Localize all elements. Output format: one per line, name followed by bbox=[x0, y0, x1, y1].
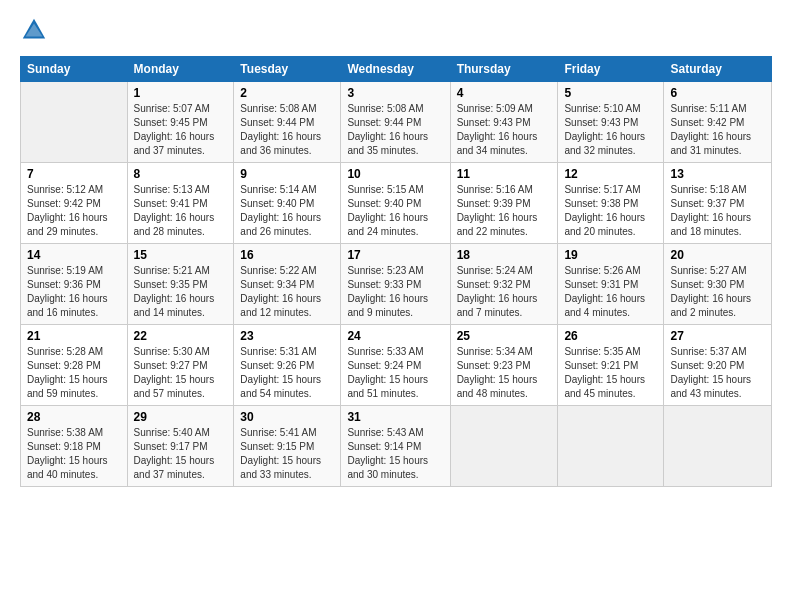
week-row-2: 14Sunrise: 5:19 AM Sunset: 9:36 PM Dayli… bbox=[21, 244, 772, 325]
calendar-cell: 3Sunrise: 5:08 AM Sunset: 9:44 PM Daylig… bbox=[341, 82, 450, 163]
day-detail: Sunrise: 5:33 AM Sunset: 9:24 PM Dayligh… bbox=[347, 345, 443, 401]
day-number: 10 bbox=[347, 167, 443, 181]
day-detail: Sunrise: 5:13 AM Sunset: 9:41 PM Dayligh… bbox=[134, 183, 228, 239]
day-detail: Sunrise: 5:10 AM Sunset: 9:43 PM Dayligh… bbox=[564, 102, 657, 158]
day-number: 7 bbox=[27, 167, 121, 181]
day-detail: Sunrise: 5:28 AM Sunset: 9:28 PM Dayligh… bbox=[27, 345, 121, 401]
day-number: 31 bbox=[347, 410, 443, 424]
week-row-0: 1Sunrise: 5:07 AM Sunset: 9:45 PM Daylig… bbox=[21, 82, 772, 163]
col-header-saturday: Saturday bbox=[664, 57, 772, 82]
calendar-cell bbox=[450, 406, 558, 487]
day-detail: Sunrise: 5:16 AM Sunset: 9:39 PM Dayligh… bbox=[457, 183, 552, 239]
day-detail: Sunrise: 5:15 AM Sunset: 9:40 PM Dayligh… bbox=[347, 183, 443, 239]
day-number: 23 bbox=[240, 329, 334, 343]
day-detail: Sunrise: 5:24 AM Sunset: 9:32 PM Dayligh… bbox=[457, 264, 552, 320]
logo-icon bbox=[20, 16, 48, 44]
day-detail: Sunrise: 5:17 AM Sunset: 9:38 PM Dayligh… bbox=[564, 183, 657, 239]
calendar-cell: 27Sunrise: 5:37 AM Sunset: 9:20 PM Dayli… bbox=[664, 325, 772, 406]
day-number: 16 bbox=[240, 248, 334, 262]
calendar-cell: 24Sunrise: 5:33 AM Sunset: 9:24 PM Dayli… bbox=[341, 325, 450, 406]
day-detail: Sunrise: 5:11 AM Sunset: 9:42 PM Dayligh… bbox=[670, 102, 765, 158]
day-detail: Sunrise: 5:30 AM Sunset: 9:27 PM Dayligh… bbox=[134, 345, 228, 401]
calendar-cell: 10Sunrise: 5:15 AM Sunset: 9:40 PM Dayli… bbox=[341, 163, 450, 244]
day-number: 29 bbox=[134, 410, 228, 424]
calendar-cell: 6Sunrise: 5:11 AM Sunset: 9:42 PM Daylig… bbox=[664, 82, 772, 163]
day-detail: Sunrise: 5:37 AM Sunset: 9:20 PM Dayligh… bbox=[670, 345, 765, 401]
day-detail: Sunrise: 5:41 AM Sunset: 9:15 PM Dayligh… bbox=[240, 426, 334, 482]
day-detail: Sunrise: 5:43 AM Sunset: 9:14 PM Dayligh… bbox=[347, 426, 443, 482]
week-row-1: 7Sunrise: 5:12 AM Sunset: 9:42 PM Daylig… bbox=[21, 163, 772, 244]
page-container: SundayMondayTuesdayWednesdayThursdayFrid… bbox=[0, 0, 792, 497]
day-number: 24 bbox=[347, 329, 443, 343]
calendar-cell: 30Sunrise: 5:41 AM Sunset: 9:15 PM Dayli… bbox=[234, 406, 341, 487]
week-row-4: 28Sunrise: 5:38 AM Sunset: 9:18 PM Dayli… bbox=[21, 406, 772, 487]
calendar-cell: 28Sunrise: 5:38 AM Sunset: 9:18 PM Dayli… bbox=[21, 406, 128, 487]
day-number: 3 bbox=[347, 86, 443, 100]
day-number: 2 bbox=[240, 86, 334, 100]
day-number: 25 bbox=[457, 329, 552, 343]
calendar-cell: 22Sunrise: 5:30 AM Sunset: 9:27 PM Dayli… bbox=[127, 325, 234, 406]
day-detail: Sunrise: 5:09 AM Sunset: 9:43 PM Dayligh… bbox=[457, 102, 552, 158]
calendar-cell: 9Sunrise: 5:14 AM Sunset: 9:40 PM Daylig… bbox=[234, 163, 341, 244]
calendar-cell: 31Sunrise: 5:43 AM Sunset: 9:14 PM Dayli… bbox=[341, 406, 450, 487]
day-number: 1 bbox=[134, 86, 228, 100]
calendar-cell: 14Sunrise: 5:19 AM Sunset: 9:36 PM Dayli… bbox=[21, 244, 128, 325]
day-number: 18 bbox=[457, 248, 552, 262]
day-number: 9 bbox=[240, 167, 334, 181]
day-number: 21 bbox=[27, 329, 121, 343]
day-detail: Sunrise: 5:14 AM Sunset: 9:40 PM Dayligh… bbox=[240, 183, 334, 239]
day-number: 22 bbox=[134, 329, 228, 343]
day-detail: Sunrise: 5:21 AM Sunset: 9:35 PM Dayligh… bbox=[134, 264, 228, 320]
col-header-wednesday: Wednesday bbox=[341, 57, 450, 82]
day-detail: Sunrise: 5:23 AM Sunset: 9:33 PM Dayligh… bbox=[347, 264, 443, 320]
day-number: 8 bbox=[134, 167, 228, 181]
calendar-cell bbox=[664, 406, 772, 487]
day-number: 4 bbox=[457, 86, 552, 100]
header-row: SundayMondayTuesdayWednesdayThursdayFrid… bbox=[21, 57, 772, 82]
week-row-3: 21Sunrise: 5:28 AM Sunset: 9:28 PM Dayli… bbox=[21, 325, 772, 406]
calendar-cell: 12Sunrise: 5:17 AM Sunset: 9:38 PM Dayli… bbox=[558, 163, 664, 244]
calendar-cell: 19Sunrise: 5:26 AM Sunset: 9:31 PM Dayli… bbox=[558, 244, 664, 325]
calendar-cell: 29Sunrise: 5:40 AM Sunset: 9:17 PM Dayli… bbox=[127, 406, 234, 487]
day-detail: Sunrise: 5:19 AM Sunset: 9:36 PM Dayligh… bbox=[27, 264, 121, 320]
day-detail: Sunrise: 5:08 AM Sunset: 9:44 PM Dayligh… bbox=[240, 102, 334, 158]
day-number: 12 bbox=[564, 167, 657, 181]
col-header-thursday: Thursday bbox=[450, 57, 558, 82]
day-detail: Sunrise: 5:27 AM Sunset: 9:30 PM Dayligh… bbox=[670, 264, 765, 320]
calendar-cell: 2Sunrise: 5:08 AM Sunset: 9:44 PM Daylig… bbox=[234, 82, 341, 163]
day-detail: Sunrise: 5:12 AM Sunset: 9:42 PM Dayligh… bbox=[27, 183, 121, 239]
day-detail: Sunrise: 5:18 AM Sunset: 9:37 PM Dayligh… bbox=[670, 183, 765, 239]
calendar-cell: 21Sunrise: 5:28 AM Sunset: 9:28 PM Dayli… bbox=[21, 325, 128, 406]
col-header-monday: Monday bbox=[127, 57, 234, 82]
calendar-cell: 17Sunrise: 5:23 AM Sunset: 9:33 PM Dayli… bbox=[341, 244, 450, 325]
day-number: 14 bbox=[27, 248, 121, 262]
calendar-table: SundayMondayTuesdayWednesdayThursdayFrid… bbox=[20, 56, 772, 487]
calendar-cell bbox=[21, 82, 128, 163]
day-number: 13 bbox=[670, 167, 765, 181]
day-detail: Sunrise: 5:38 AM Sunset: 9:18 PM Dayligh… bbox=[27, 426, 121, 482]
day-detail: Sunrise: 5:22 AM Sunset: 9:34 PM Dayligh… bbox=[240, 264, 334, 320]
day-number: 20 bbox=[670, 248, 765, 262]
calendar-cell: 23Sunrise: 5:31 AM Sunset: 9:26 PM Dayli… bbox=[234, 325, 341, 406]
calendar-cell: 7Sunrise: 5:12 AM Sunset: 9:42 PM Daylig… bbox=[21, 163, 128, 244]
day-detail: Sunrise: 5:35 AM Sunset: 9:21 PM Dayligh… bbox=[564, 345, 657, 401]
calendar-cell: 1Sunrise: 5:07 AM Sunset: 9:45 PM Daylig… bbox=[127, 82, 234, 163]
day-detail: Sunrise: 5:40 AM Sunset: 9:17 PM Dayligh… bbox=[134, 426, 228, 482]
day-number: 17 bbox=[347, 248, 443, 262]
header bbox=[20, 16, 772, 44]
calendar-cell: 16Sunrise: 5:22 AM Sunset: 9:34 PM Dayli… bbox=[234, 244, 341, 325]
day-number: 26 bbox=[564, 329, 657, 343]
day-number: 5 bbox=[564, 86, 657, 100]
calendar-cell: 15Sunrise: 5:21 AM Sunset: 9:35 PM Dayli… bbox=[127, 244, 234, 325]
day-number: 30 bbox=[240, 410, 334, 424]
calendar-cell: 8Sunrise: 5:13 AM Sunset: 9:41 PM Daylig… bbox=[127, 163, 234, 244]
calendar-cell: 20Sunrise: 5:27 AM Sunset: 9:30 PM Dayli… bbox=[664, 244, 772, 325]
calendar-cell: 26Sunrise: 5:35 AM Sunset: 9:21 PM Dayli… bbox=[558, 325, 664, 406]
day-number: 11 bbox=[457, 167, 552, 181]
col-header-sunday: Sunday bbox=[21, 57, 128, 82]
col-header-tuesday: Tuesday bbox=[234, 57, 341, 82]
day-detail: Sunrise: 5:08 AM Sunset: 9:44 PM Dayligh… bbox=[347, 102, 443, 158]
calendar-cell: 18Sunrise: 5:24 AM Sunset: 9:32 PM Dayli… bbox=[450, 244, 558, 325]
calendar-cell: 25Sunrise: 5:34 AM Sunset: 9:23 PM Dayli… bbox=[450, 325, 558, 406]
calendar-cell: 11Sunrise: 5:16 AM Sunset: 9:39 PM Dayli… bbox=[450, 163, 558, 244]
